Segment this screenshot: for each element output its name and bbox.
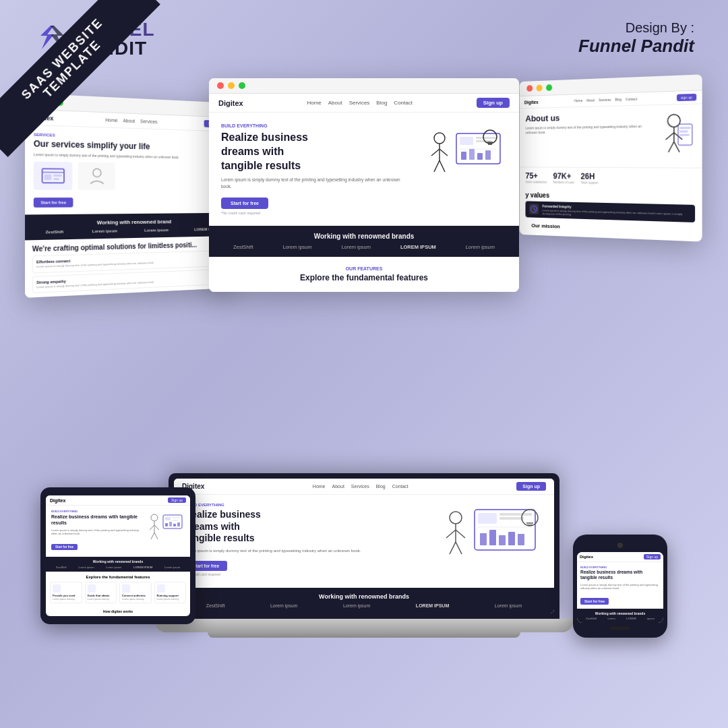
main-content: Digitex Home About Services Sign up SERV…: [0, 65, 728, 658]
svg-rect-46: [478, 513, 497, 524]
svg-rect-48: [499, 517, 524, 520]
laptop-nav-links: Home About Services Blog Contact: [313, 484, 408, 489]
tablet-features: Explore the fundamental features Provide…: [46, 572, 190, 607]
svg-rect-16: [476, 137, 496, 139]
svg-line-30: [669, 142, 674, 152]
stat-1: 75+ Users satisfaction: [525, 171, 547, 184]
svg-rect-64: [172, 517, 180, 518]
browser-center: Digitex Home About Services Blog Contact…: [209, 78, 519, 292]
svg-line-58: [150, 525, 154, 530]
laptop-brands: Working with renowned brands ZestShift L…: [174, 588, 554, 613]
laptop-hero: BUILD EVERYTHING Realize business dreams…: [174, 495, 554, 588]
tablet-screen-inner: Digitex Sign up BUILD EVERYTHING Realize…: [46, 495, 190, 616]
browser-right: Digitex Home About Services Blog Contact…: [520, 74, 702, 241]
svg-line-60: [151, 533, 154, 539]
dot-yellow-r: [537, 85, 543, 92]
browser-bar-center: [209, 78, 519, 94]
tablet-brands-list: ZestShift Lorem ipsum Lorem ipsum LOREM …: [50, 566, 186, 569]
value-icon: [529, 204, 539, 214]
feature-icon-1: [53, 584, 61, 593]
svg-line-44: [456, 542, 462, 554]
center-features: OUR FEATURES Explore the fundamental fea…: [209, 257, 519, 292]
feature-icon-3: [122, 584, 130, 593]
dot-yellow-c: [228, 82, 235, 89]
laptop-foot: [208, 632, 520, 638]
svg-rect-6: [53, 178, 59, 180]
right-values: y values Forwarded Integrity Lorem ipsum…: [520, 187, 702, 242]
phone-hero: BUILD EVERYTHING Realize business dreams…: [577, 562, 663, 609]
center-brands: Working with renowned brands ZestShift L…: [209, 226, 519, 257]
svg-rect-63: [165, 517, 171, 520]
stat-3: 26H Team support: [580, 172, 598, 185]
svg-rect-33: [679, 127, 691, 129]
left-crafting: We're crafting optimal solutions for lim…: [25, 236, 234, 297]
phone-frame: Digitex Sign up BUILD EVERYTHING Realize…: [573, 535, 667, 638]
tablet-how: How digitex works: [46, 607, 190, 616]
tablet-frame: Digitex Sign up BUILD EVERYTHING Realize…: [40, 487, 195, 624]
tablet-nav: Digitex Sign up: [46, 495, 190, 506]
svg-rect-52: [499, 535, 506, 545]
svg-rect-51: [489, 530, 496, 545]
svg-rect-68: [173, 524, 176, 526]
svg-line-31: [674, 142, 679, 152]
tablet: Digitex Sign up BUILD EVERYTHING Realize…: [40, 487, 195, 624]
svg-rect-47: [499, 513, 532, 516]
svg-point-7: [92, 169, 100, 177]
left-feature-2: Strong empathy Lorem ipsum is simply dum…: [32, 268, 228, 293]
svg-rect-54: [518, 534, 524, 545]
svg-rect-65: [172, 520, 178, 521]
svg-rect-66: [165, 523, 168, 526]
left-services: SERVICES Our services simplify your life…: [25, 125, 234, 215]
svg-rect-69: [177, 522, 180, 526]
svg-rect-4: [44, 175, 52, 180]
svg-line-11: [439, 149, 448, 156]
center-hero-illustration: [419, 123, 507, 215]
svg-line-38: [534, 209, 536, 210]
svg-point-8: [434, 133, 445, 144]
dot-green-c: [239, 82, 245, 89]
tablet-feature-cards: Provide you need Lorem ipsum dummy Guide…: [50, 582, 186, 603]
dot-green-r: [546, 84, 552, 91]
phone-home-btn: [610, 627, 630, 630]
phone-camera: [617, 543, 623, 548]
center-hero-text: BUILD EVERYTHING Realize business dreams…: [221, 123, 411, 215]
tablet-feature-1: Provide you need Lorem ipsum dummy: [50, 582, 82, 603]
about-illustration: [653, 110, 695, 162]
tablet-brands: Working with renowned brands ZestShift L…: [46, 557, 190, 572]
svg-rect-67: [169, 522, 172, 526]
svg-rect-34: [679, 130, 688, 132]
svg-line-10: [431, 149, 439, 156]
svg-line-12: [434, 160, 439, 172]
phone-nav: Digitex Sign up: [577, 552, 663, 562]
feature-icon-4: [157, 584, 165, 593]
svg-line-59: [154, 525, 159, 530]
right-stats: 75+ Users satisfaction 97K+ Numbers of u…: [520, 166, 702, 190]
svg-point-56: [151, 514, 158, 521]
left-nav-links: Home About Services: [105, 117, 157, 124]
svg-rect-35: [679, 134, 690, 136]
tablet-hero: BUILD EVERYTHING Realize business dreams…: [46, 506, 190, 557]
dot-red-c: [217, 82, 224, 89]
svg-rect-50: [480, 533, 487, 545]
tablet-feature-3: Connect authentic Lorem ipsum dummy: [119, 582, 152, 603]
tablet-illustration: [144, 510, 185, 553]
svg-line-28: [665, 133, 673, 140]
laptop-illustration: [435, 503, 543, 580]
laptop-nav: Digitex Home About Services Blog Contact…: [174, 479, 554, 495]
svg-rect-5: [53, 175, 61, 177]
phone: Digitex Sign up BUILD EVERYTHING Realize…: [573, 535, 667, 638]
left-feature-list: Effortless connect Lorem ipsum is simply…: [32, 250, 228, 293]
right-mission: Our mission: [525, 220, 695, 237]
svg-rect-21: [477, 153, 483, 160]
svg-rect-22: [485, 150, 491, 160]
browser-left: Digitex Home About Services Sign up SERV…: [25, 93, 234, 297]
svg-point-39: [450, 512, 462, 524]
laptop-brands-list: ZestShift Lorem ipsum Lorem ipsum LOREM …: [183, 603, 545, 608]
right-nav-links: Home About Services Blog Contact: [574, 97, 637, 103]
tablet-feature-2: Guide that obtain Lorem ipsum dummy: [85, 582, 117, 603]
tablet-feature-4: Running support Lorem ipsum dummy: [154, 582, 187, 603]
svg-rect-20: [469, 149, 475, 160]
laptop-screen-inner: Digitex Home About Services Blog Contact…: [174, 479, 554, 613]
svg-line-42: [456, 530, 465, 538]
svg-line-13: [439, 160, 445, 172]
